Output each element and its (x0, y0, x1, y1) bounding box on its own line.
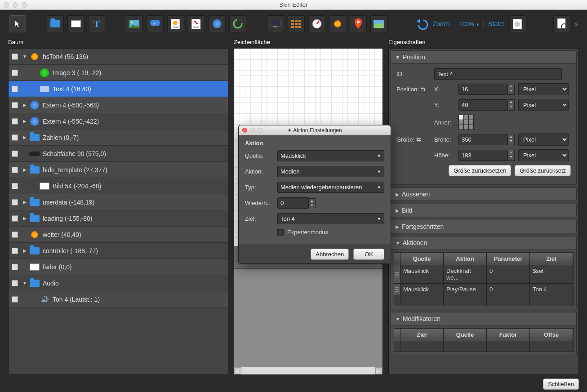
expert-checkbox[interactable] (277, 229, 284, 236)
tree-checkbox[interactable] (12, 151, 18, 157)
tree-row[interactable]: ▶loading (-155,-80) (9, 210, 228, 227)
state-tool[interactable] (509, 15, 526, 32)
tree-checkbox[interactable] (12, 86, 18, 92)
tree-expand-icon[interactable]: ▶ (21, 135, 28, 140)
tree-row[interactable]: ▶userdata (-148,19) (9, 194, 228, 210)
x-input[interactable] (458, 84, 508, 95)
zoom-select[interactable]: 100% ▼ (455, 19, 484, 29)
y-input[interactable] (458, 99, 508, 111)
tree-checkbox[interactable] (12, 215, 18, 222)
tree-checkbox[interactable] (12, 232, 18, 238)
dialog-ok-button[interactable]: OK (353, 249, 384, 260)
acc-aussehen-header[interactable]: ▶Aussehen (391, 188, 576, 200)
x-unit[interactable]: Pixel (518, 83, 569, 95)
tree-row[interactable]: Image 3 (-19,-22) (9, 65, 228, 81)
canvas-h-scrollbar[interactable]: ◀▶ (234, 367, 382, 374)
swf-tool[interactable]: SWF (188, 15, 205, 32)
node-link-tool[interactable] (209, 15, 226, 32)
tree-row[interactable]: ▼Audio (9, 275, 228, 291)
hoehe-input[interactable] (458, 150, 508, 161)
preview-tool[interactable] (553, 15, 570, 32)
acc-position-header[interactable]: ▼Position (391, 51, 576, 63)
undo-icon[interactable] (414, 18, 428, 30)
text-tool[interactable]: T (88, 15, 105, 32)
x-spinner[interactable]: ▲▼ (508, 84, 515, 95)
tree-checkbox[interactable] (12, 70, 18, 76)
svg-tool[interactable]: SVG (167, 15, 184, 32)
tree-expand-icon[interactable]: ▶ (21, 216, 28, 221)
y-spinner[interactable]: ▲▼ (508, 99, 515, 111)
drag-handle-icon[interactable] (394, 265, 400, 283)
tree-row[interactable]: 🔊Ton 4 (Lautst.: 1) (9, 291, 228, 307)
acc-bild-header[interactable]: ▶Bild (391, 204, 576, 217)
modifiers-table[interactable]: ZielQuelleFaktorOffse (394, 328, 574, 352)
grid-tool[interactable] (288, 15, 305, 32)
tree-expand-icon[interactable]: ▶ (21, 248, 28, 253)
tree-row[interactable]: Bild 54 (-204,-68) (9, 178, 228, 194)
reset-size-button[interactable]: Größe zurücksetzen (449, 165, 511, 176)
tree-checkbox[interactable] (12, 183, 18, 189)
zoom-window-button[interactable] (22, 2, 27, 8)
spinner-tool[interactable] (229, 15, 246, 32)
tree-checkbox[interactable] (12, 118, 18, 125)
aktion-select[interactable]: Medien▼ (277, 166, 384, 177)
dialog-cancel-button[interactable]: Abbrechen (311, 249, 349, 260)
close-window-button[interactable] (4, 2, 9, 8)
tree-checkbox[interactable] (12, 102, 18, 108)
tree-row[interactable]: ▶controller (-188,-77) (9, 243, 228, 259)
table-row[interactable]: MausklickPlay/Pause0Ton 4 (394, 283, 573, 295)
tree-row[interactable]: Schaltfäche 90 (575,0) (9, 146, 228, 162)
tree-row[interactable]: ▶Zahlen (0,-7) (9, 129, 228, 146)
id-input[interactable] (434, 68, 562, 80)
tree-row[interactable]: Text 4 (16,40) (9, 81, 228, 97)
tree-expand-icon[interactable]: ▶ (21, 102, 28, 107)
tree-checkbox[interactable] (12, 199, 18, 205)
tree-checkbox[interactable] (12, 280, 18, 286)
gauge-tool[interactable] (308, 15, 325, 32)
ziel-select[interactable]: Ton 4▼ (277, 213, 384, 224)
pointer-tool[interactable] (9, 15, 26, 32)
tree-expand-icon[interactable]: ▶ (21, 119, 28, 124)
tree-row[interactable]: ▶Extern 4 (-500,-568) (9, 97, 228, 113)
tree-row[interactable]: ▶hide_template (27,377) (9, 162, 228, 178)
tree-checkbox[interactable] (12, 296, 18, 303)
drag-handle-icon[interactable] (394, 283, 400, 295)
reset-size-button-2[interactable]: Größe zurücksetz (515, 165, 571, 176)
hoehe-unit[interactable]: Pixel (518, 149, 569, 161)
tree-row[interactable]: fader (0,0) (9, 259, 228, 275)
breite-spinner[interactable]: ▲▼ (508, 134, 515, 145)
tree-expand-icon[interactable]: ▶ (21, 200, 28, 205)
wiederh-input[interactable] (277, 197, 309, 209)
map-tool[interactable] (370, 15, 387, 32)
button-tool[interactable] (147, 15, 164, 32)
screen-tool[interactable] (267, 15, 284, 32)
wiederh-spinner[interactable]: ▲▼ (309, 198, 316, 208)
tree-expand-icon[interactable]: ▶ (21, 167, 28, 172)
tree-row[interactable]: weiter (40,40) (9, 227, 228, 243)
actions-table[interactable]: QuelleAktionParameterZielMausklickDeckkr… (394, 252, 574, 306)
tree-checkbox[interactable] (12, 167, 18, 173)
acc-fortgeschritten-header[interactable]: ▶Fortgeschritten (391, 220, 576, 233)
breite-input[interactable] (458, 134, 508, 145)
minimize-window-button[interactable] (13, 2, 18, 8)
anchor-picker[interactable] (458, 115, 474, 130)
typ-select[interactable]: Medien wiedergeben/pausieren▼ (277, 182, 384, 193)
tree-expand-icon[interactable]: ▼ (21, 54, 28, 59)
container-tool[interactable] (47, 15, 64, 32)
rectangle-tool[interactable] (67, 15, 84, 32)
quelle-select[interactable]: Mausklick▼ (277, 150, 384, 161)
tree-row[interactable]: ▼hsTon4 (56,136) (9, 49, 228, 65)
hotspot-tool[interactable] (329, 15, 346, 32)
dialog-titlebar[interactable]: ✦ Aktion Einstellungen (239, 125, 391, 135)
table-row[interactable]: MausklickDeckkraft we...0$self (394, 265, 573, 283)
acc-aktionen-header[interactable]: ▼Aktionen (391, 236, 576, 249)
tree-checkbox[interactable] (12, 264, 18, 270)
tree-checkbox[interactable] (12, 134, 18, 141)
close-button[interactable]: Schließen (543, 379, 579, 390)
y-unit[interactable]: Pixel (518, 99, 569, 111)
tree-expand-icon[interactable]: ▼ (21, 281, 28, 285)
marker-tool[interactable] (350, 15, 367, 32)
breite-unit[interactable]: Pixel (518, 134, 569, 146)
tree-row[interactable]: ▶Extern 4 (-550,-422) (9, 113, 228, 129)
acc-modifikatoren-header[interactable]: ▼Modifikatoren (391, 312, 576, 325)
